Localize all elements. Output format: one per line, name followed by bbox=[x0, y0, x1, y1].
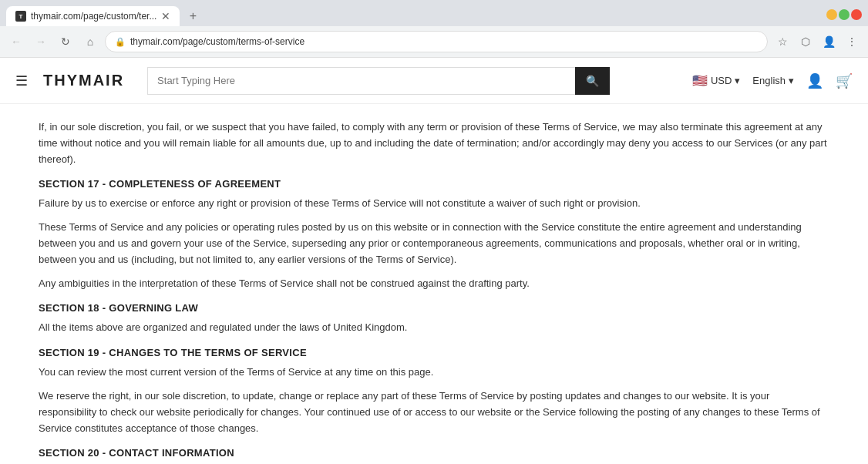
active-tab[interactable]: T thymair.com/page/custom/ter... ✕ bbox=[6, 6, 180, 26]
hamburger-menu-icon[interactable]: ☰ bbox=[15, 72, 28, 89]
search-icon: 🔍 bbox=[586, 75, 599, 87]
search-bar: 🔍 bbox=[147, 67, 610, 95]
header-right: 🇺🇸 USD ▾ English ▾ 👤 🛒 bbox=[692, 72, 853, 89]
s19-paragraph-2: We reserve the right, in our sole discre… bbox=[39, 388, 829, 436]
restore-button[interactable]: ⬜ bbox=[839, 9, 849, 20]
extensions-button[interactable]: ⬡ bbox=[796, 32, 816, 52]
close-button[interactable]: ✕ bbox=[851, 9, 862, 20]
search-input[interactable] bbox=[147, 67, 575, 95]
bookmark-button[interactable]: ☆ bbox=[772, 32, 792, 52]
new-tab-button[interactable]: + bbox=[183, 6, 203, 26]
currency-dropdown-icon: ▾ bbox=[735, 75, 740, 86]
search-button[interactable]: 🔍 bbox=[575, 67, 610, 95]
minimize-button[interactable]: — bbox=[826, 9, 837, 20]
toolbar-icons: ☆ ⬡ 👤 ⋮ bbox=[772, 32, 862, 52]
s18-paragraph-1: All the items above are organized and re… bbox=[39, 320, 829, 336]
s17-paragraph-3: Any ambiguities in the interpretation of… bbox=[39, 276, 829, 292]
browser-chrome: T thymair.com/page/custom/ter... ✕ + — ⬜… bbox=[0, 0, 868, 58]
lock-icon: 🔒 bbox=[115, 37, 126, 47]
s17-paragraph-2: These Terms of Service and any policies … bbox=[39, 220, 829, 267]
url-bar[interactable]: 🔒 thymair.com/page/custom/terms-of-servi… bbox=[105, 31, 768, 52]
forward-button[interactable]: → bbox=[31, 32, 51, 52]
us-flag-icon: 🇺🇸 bbox=[692, 73, 708, 88]
tab-title: thymair.com/page/custom/ter... bbox=[31, 11, 156, 22]
cart-icon[interactable]: 🛒 bbox=[836, 72, 853, 89]
home-button[interactable]: ⌂ bbox=[80, 32, 100, 52]
back-button[interactable]: ← bbox=[6, 32, 26, 52]
site-header: ☰ THYMAIR 🔍 🇺🇸 USD ▾ English ▾ 👤 🛒 bbox=[0, 58, 868, 104]
main-content: If, in our sole discretion, you fail, or… bbox=[0, 104, 868, 464]
s19-paragraph-1: You can review the most current version … bbox=[39, 365, 829, 381]
tab-favicon: T bbox=[15, 11, 26, 22]
account-button[interactable]: 👤 bbox=[819, 32, 839, 52]
language-selector[interactable]: English ▾ bbox=[752, 75, 794, 86]
section-19-heading: SECTION 19 - CHANGES TO THE TERMS OF SER… bbox=[39, 347, 829, 358]
language-dropdown-icon: ▾ bbox=[789, 75, 794, 86]
account-icon[interactable]: 👤 bbox=[806, 72, 823, 89]
section-20-heading: SECTION 20 - CONTACT INFORMATION bbox=[39, 447, 829, 459]
menu-button[interactable]: ⋮ bbox=[842, 32, 862, 52]
address-bar: ← → ↻ ⌂ 🔒 thymair.com/page/custom/terms-… bbox=[0, 26, 868, 57]
currency-selector[interactable]: 🇺🇸 USD ▾ bbox=[692, 73, 740, 88]
tab-close-icon[interactable]: ✕ bbox=[161, 11, 170, 22]
tab-bar: T thymair.com/page/custom/ter... ✕ + — ⬜… bbox=[0, 0, 868, 26]
currency-label: USD bbox=[711, 75, 732, 86]
intro-paragraph: If, in our sole discretion, you fail, or… bbox=[39, 119, 829, 167]
window-controls: — ⬜ ✕ bbox=[826, 9, 862, 23]
section-18-heading: SECTION 18 - GOVERNING LAW bbox=[39, 302, 829, 314]
site-logo[interactable]: THYMAIR bbox=[43, 72, 124, 89]
reload-button[interactable]: ↻ bbox=[56, 32, 76, 52]
url-text: thymair.com/page/custom/terms-of-service bbox=[130, 36, 758, 47]
language-label: English bbox=[752, 75, 786, 86]
s17-paragraph-1: Failure by us to exercise or enforce any… bbox=[39, 196, 829, 212]
section-17-heading: SECTION 17 - COMPLETENESS OF AGREEMENT bbox=[39, 178, 829, 190]
